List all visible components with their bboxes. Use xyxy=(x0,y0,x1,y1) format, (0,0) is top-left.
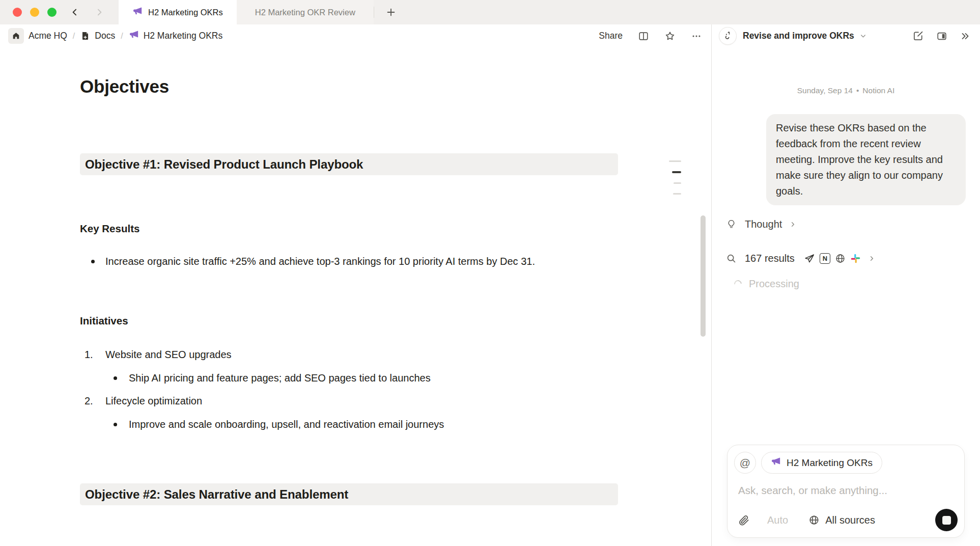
globe-icon xyxy=(808,514,820,526)
history-forward-icon[interactable] xyxy=(94,7,104,17)
bullet-dot xyxy=(91,260,95,263)
breadcrumb-item-acme-hq[interactable]: Acme HQ xyxy=(29,31,67,41)
objective-2-heading[interactable]: Objective #2: Sales Narrative and Enable… xyxy=(80,483,618,505)
breadcrumb-label: Docs xyxy=(95,31,115,41)
processing-label: Processing xyxy=(749,278,799,290)
initiative-subitem-2: Improve and scale onboarding, upsell, an… xyxy=(80,415,618,434)
globe-icon xyxy=(835,253,846,264)
page-title: Objectives xyxy=(80,76,618,97)
objective-1-heading[interactable]: Objective #1: Revised Product Launch Pla… xyxy=(80,153,618,175)
breadcrumb-separator: / xyxy=(120,32,124,41)
breadcrumb-label: H2 Marketing OKRs xyxy=(144,31,223,41)
chat-date: Sunday, Sep 14 xyxy=(797,86,853,95)
window-controls xyxy=(0,0,69,24)
tab-label: H2 Marketing OKR Review xyxy=(255,8,355,17)
date-separator: • xyxy=(853,86,862,95)
initiative-title: Website and SEO upgrades xyxy=(105,345,232,364)
initiative-subtext: Ship AI pricing and feature pages; add S… xyxy=(129,369,431,388)
notion-ai-face-icon xyxy=(719,27,737,45)
mention-button[interactable]: @ xyxy=(734,452,756,474)
loading-spinner-icon xyxy=(733,279,743,289)
chevron-right-icon xyxy=(868,255,876,262)
window-close-button[interactable] xyxy=(13,8,22,17)
chevron-down-icon[interactable] xyxy=(859,32,867,40)
initiative-title: Lifecycle optimization xyxy=(105,392,202,411)
initiatives-heading: Initiatives xyxy=(80,314,618,327)
document-topbar: Acme HQ / Docs / H2 Marketing xyxy=(0,24,711,47)
new-chat-compose-icon[interactable] xyxy=(912,30,924,42)
share-button[interactable]: Share xyxy=(599,31,623,41)
agent-name: Notion AI xyxy=(862,86,894,95)
list-number: 2. xyxy=(85,392,105,411)
document-pane: Acme HQ / Docs / H2 Marketing xyxy=(0,24,711,546)
chevron-right-icon xyxy=(789,221,797,228)
split-view-icon[interactable] xyxy=(638,31,649,42)
user-message-bubble: Revise these OKRs based on the feedback … xyxy=(766,114,966,205)
new-tab-button[interactable] xyxy=(374,0,408,24)
slack-icon xyxy=(850,253,861,264)
context-chip-label: H2 Marketing OKRs xyxy=(787,457,873,469)
key-result-item: Increase organic site traffic +25% and a… xyxy=(80,252,618,271)
megaphone-icon xyxy=(129,30,139,42)
lightbulb-icon xyxy=(726,219,737,230)
initiative-item-2: 2. Lifecycle optimization xyxy=(80,392,618,411)
tab-bar: H2 Marketing OKRs H2 Marketing OKR Revie… xyxy=(0,0,980,24)
sources-label: All sources xyxy=(825,514,875,526)
sources-selector[interactable]: All sources xyxy=(808,514,875,526)
stop-icon xyxy=(942,516,951,525)
ai-input-card[interactable]: @ H2 Marketing OKRs Ask, search, or make… xyxy=(727,445,965,538)
thought-step-row[interactable]: Thought xyxy=(726,219,966,230)
breadcrumb-item-h2-marketing-okrs[interactable]: H2 Marketing OKRs xyxy=(129,30,223,42)
key-result-text: Increase organic site traffic +25% and a… xyxy=(105,252,535,271)
document-content: Objectives Objective #1: Revised Product… xyxy=(0,47,711,546)
ai-prompt-input[interactable]: Ask, search, or make anything... xyxy=(738,484,958,497)
source-icons: N xyxy=(804,253,861,264)
mode-selector[interactable]: Auto xyxy=(767,514,788,526)
breadcrumb-label: Acme HQ xyxy=(29,31,67,41)
search-results-row[interactable]: 167 results N xyxy=(726,253,966,264)
breadcrumb-separator: / xyxy=(72,32,76,41)
tab-h2-marketing-okr-review[interactable]: H2 Marketing OKR Review xyxy=(237,0,374,24)
breadcrumb-item-docs[interactable]: Docs xyxy=(80,31,115,41)
attachment-icon[interactable] xyxy=(738,514,750,526)
processing-status-row: Processing xyxy=(726,278,966,290)
key-results-heading: Key Results xyxy=(80,222,618,235)
ai-thread-title[interactable]: Revise and improve OKRs xyxy=(743,31,854,41)
results-count-label: 167 results xyxy=(745,253,795,264)
context-page-chip[interactable]: H2 Marketing OKRs xyxy=(761,452,882,474)
tab-label: H2 Marketing OKRs xyxy=(148,8,223,17)
ai-chat-area: Sunday, Sep 14•Notion AI Revise these OK… xyxy=(712,47,980,445)
panel-toggle-icon[interactable] xyxy=(936,31,947,42)
notion-logo-icon: N xyxy=(820,253,830,264)
initiative-item-1: 1. Website and SEO upgrades xyxy=(80,345,618,364)
notion-ai-panel: Revise and improve OKRs xyxy=(712,24,980,546)
document-plus-icon xyxy=(80,31,90,41)
breadcrumb: Acme HQ / Docs / H2 Marketing xyxy=(8,28,222,44)
more-options-icon[interactable] xyxy=(691,31,702,42)
stop-generation-button[interactable] xyxy=(935,509,958,531)
home-icon[interactable] xyxy=(8,28,24,44)
megaphone-icon xyxy=(132,6,143,18)
history-back-icon[interactable] xyxy=(70,7,80,17)
page-outline-indicator[interactable] xyxy=(669,160,681,195)
window-zoom-button[interactable] xyxy=(47,8,57,17)
megaphone-icon xyxy=(771,456,781,469)
initiative-subitem-1: Ship AI pricing and feature pages; add S… xyxy=(80,369,618,388)
vertical-scrollbar[interactable] xyxy=(701,215,706,337)
paper-plane-icon xyxy=(804,253,815,264)
tab-h2-marketing-okrs[interactable]: H2 Marketing OKRs xyxy=(119,0,237,24)
chat-date-row: Sunday, Sep 14•Notion AI xyxy=(726,86,966,95)
list-number: 1. xyxy=(85,345,105,364)
double-chevron-right-icon[interactable] xyxy=(960,31,971,42)
search-icon xyxy=(726,253,737,264)
favorite-star-icon[interactable] xyxy=(664,31,676,42)
bullet-dot xyxy=(114,423,117,426)
ai-panel-header: Revise and improve OKRs xyxy=(712,24,980,47)
bullet-dot xyxy=(114,376,117,380)
window-minimize-button[interactable] xyxy=(30,8,39,17)
initiative-subtext: Improve and scale onboarding, upsell, an… xyxy=(129,415,444,434)
thought-label: Thought xyxy=(745,219,782,230)
app-window: H2 Marketing OKRs H2 Marketing OKR Revie… xyxy=(0,0,980,546)
